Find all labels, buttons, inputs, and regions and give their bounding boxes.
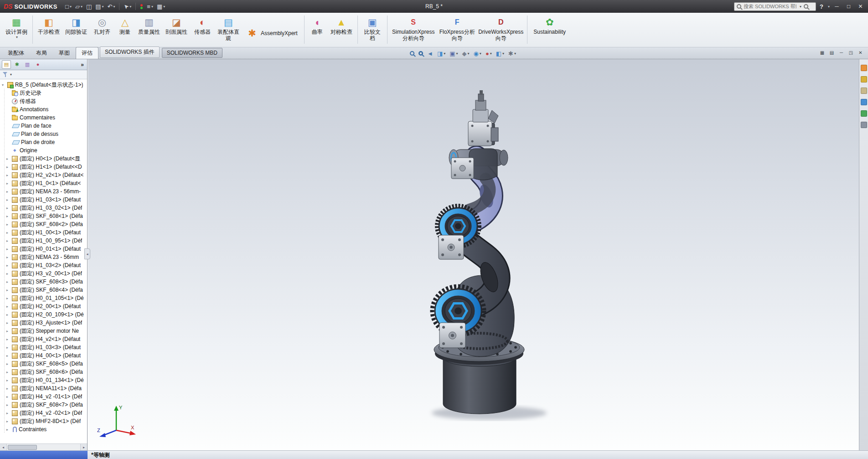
expand-arrow-icon[interactable]: ▸ xyxy=(6,370,12,374)
expand-panel-button[interactable]: » xyxy=(79,62,85,68)
section-view-button[interactable]: ◨▾ xyxy=(437,48,446,58)
ribbon-floxpress-wizard-button[interactable]: FFloXpress分析向导 xyxy=(438,15,477,43)
expand-arrow-icon[interactable]: ▸ xyxy=(6,395,12,399)
expand-arrow-icon[interactable]: ▸ xyxy=(6,354,12,358)
ribbon-mass-properties-button[interactable]: ▥质量属性 xyxy=(136,15,162,36)
filter-funnel-icon[interactable] xyxy=(3,72,8,77)
previous-view-button[interactable]: ◄ xyxy=(427,48,434,58)
expand-arrow-icon[interactable]: ▸ xyxy=(6,173,12,177)
expand-arrow-icon[interactable]: ▸ xyxy=(6,337,12,341)
tree-item[interactable]: ▸(固定) H1_00_95<1> (Déf xyxy=(0,237,87,245)
expand-arrow-icon[interactable]: ▸ xyxy=(6,214,12,218)
restore-document-button[interactable]: ◳ xyxy=(847,49,855,57)
expand-arrow-icon[interactable]: ▸ xyxy=(6,378,12,382)
minimize-button[interactable]: ─ xyxy=(832,3,842,10)
qat-options-button[interactable]: ≡▾ xyxy=(145,3,155,10)
tree-item[interactable]: ▸(固定) SKF_608<2> (Défa xyxy=(0,220,87,228)
tree-item[interactable]: Plan de face xyxy=(0,122,87,130)
ribbon-symmetry-check-button[interactable]: ▲对称检查 xyxy=(328,15,355,36)
tree-item[interactable]: ▸(固定) SKF_608<1> (Défa xyxy=(0,212,87,220)
expand-arrow-icon[interactable]: ▸ xyxy=(6,288,12,292)
tree-item[interactable]: ▸Contraintes xyxy=(0,425,87,433)
search-scope-caret-icon[interactable]: ▾ xyxy=(800,5,801,9)
help-button[interactable]: ? xyxy=(818,3,825,10)
tree-item[interactable]: ▸(固定) H0_01_134<1> (Dé xyxy=(0,376,87,384)
expand-arrow-icon[interactable]: ▸ xyxy=(6,296,12,300)
configurationmanager-tab[interactable]: ▥ xyxy=(23,60,32,69)
apply-scene-button[interactable]: ◧▾ xyxy=(496,48,505,58)
tree-item[interactable]: Plan de droite xyxy=(0,138,87,146)
tree-item[interactable]: 传感器 xyxy=(0,97,87,105)
help-caret-icon[interactable]: ▾ xyxy=(828,5,830,9)
minimize-document-button[interactable]: ─ xyxy=(837,49,845,57)
tree-item[interactable]: ▸(固定) H4_v2<1> (Défaut xyxy=(0,335,87,343)
expand-arrow-icon[interactable]: ▸ xyxy=(6,239,12,243)
qat-undo-button[interactable]: ↶▾ xyxy=(106,3,117,10)
qat-open-document-button[interactable]: ▱▾ xyxy=(74,3,84,10)
tree-item[interactable]: ▸(固定) SKF_608<6> (Défa xyxy=(0,368,87,376)
ribbon-section-properties-button[interactable]: ◪剖面属性 xyxy=(163,15,190,36)
expand-arrow-icon[interactable]: ▸ xyxy=(6,419,12,423)
qat-save-document-button[interactable]: ◫ xyxy=(85,3,93,10)
expand-arrow-icon[interactable]: ▸ xyxy=(6,157,12,161)
tree-root-item[interactable]: ▾RB_5 (Défaut<显示状态-1>) xyxy=(0,81,87,89)
tree-item[interactable]: ▸(固定) H3_v2_00<1> (Déf xyxy=(0,269,87,278)
expand-arrow-icon[interactable]: ▸ xyxy=(6,313,12,317)
expand-arrow-icon[interactable]: ▸ xyxy=(6,346,12,350)
close-document-button[interactable]: ✕ xyxy=(857,49,864,57)
ribbon-measure-button[interactable]: △测量 xyxy=(115,15,135,36)
tree-item[interactable]: ▸(固定) H2_00<1> (Défaut xyxy=(0,302,87,310)
displaymanager-tab[interactable]: ● xyxy=(33,60,42,69)
filter-caret-icon[interactable]: ▾ xyxy=(10,72,12,77)
expand-taskpane-button[interactable]: ▤ xyxy=(828,49,836,57)
expand-arrow-icon[interactable]: ▸ xyxy=(6,247,12,251)
expand-arrow-icon[interactable]: ▸ xyxy=(6,231,12,235)
tree-item[interactable]: ▸(固定) H1_03_02<1> (Déf xyxy=(0,204,87,212)
tab-solidworks-addins[interactable]: SOLIDWORKS 插件 xyxy=(100,46,160,58)
tab-assembly[interactable]: 装配体 xyxy=(2,47,30,59)
tab-evaluate[interactable]: 评估 xyxy=(76,47,98,59)
tree-item[interactable]: ▸(固定) H1<1> (Défaut<<D xyxy=(0,163,87,171)
scroll-left-icon[interactable]: ◂ xyxy=(0,444,7,450)
tree-item[interactable]: ▸(固定) H1_03<2> (Défaut xyxy=(0,261,87,269)
search-submit-icon[interactable] xyxy=(804,4,808,9)
zoom-to-fit-button[interactable] xyxy=(409,48,415,58)
view-settings-button[interactable]: ✱▾ xyxy=(508,48,517,58)
qat-display-settings-button[interactable]: ▦▾ xyxy=(155,3,166,10)
panel-collapse-handle[interactable]: ◂ xyxy=(84,248,90,259)
file-explorer-tab[interactable] xyxy=(861,88,867,94)
tab-layout[interactable]: 布局 xyxy=(30,47,53,59)
tree-item[interactable]: Annotations xyxy=(0,105,87,113)
custom-properties-tab[interactable] xyxy=(861,122,867,128)
expand-arrow-icon[interactable]: ▸ xyxy=(6,329,12,333)
expand-arrow-icon[interactable]: ▸ xyxy=(6,263,12,268)
expand-arrow-icon[interactable]: ▸ xyxy=(6,411,12,415)
tree-item[interactable]: ▸(固定) H3_Ajuste<1> (Déf xyxy=(0,319,87,327)
ribbon-hole-alignment-button[interactable]: ◎孔对齐 xyxy=(90,15,114,36)
tree-item[interactable]: ▸(固定) H0_01_105<1> (Dé xyxy=(0,294,87,302)
solidworks-resources-tab[interactable] xyxy=(861,65,867,71)
qat-print-document-button[interactable]: ▤▾ xyxy=(94,3,105,10)
tree-item[interactable]: ▸(固定) H1_00<1> (Défaut xyxy=(0,228,87,237)
ribbon-curvature-button[interactable]: ◖曲率 xyxy=(307,15,327,36)
expand-arrow-icon[interactable]: ▾ xyxy=(2,83,7,87)
expand-arrow-icon[interactable]: ▸ xyxy=(6,321,12,325)
expand-arrow-icon[interactable]: ▸ xyxy=(6,206,12,210)
expand-featuremanager-button[interactable]: ▦ xyxy=(818,49,826,57)
design-library-tab[interactable] xyxy=(861,76,867,83)
tree-item[interactable]: ▸(固定) Stepper motor Ne xyxy=(0,327,87,335)
scrollbar-thumb[interactable] xyxy=(8,445,37,450)
tree-item[interactable]: ▸(固定) H4_v2 -01<1> (Déf xyxy=(0,392,87,401)
hide-show-items-button[interactable]: ◉▾ xyxy=(473,48,482,58)
expand-arrow-icon[interactable]: ▸ xyxy=(6,304,12,309)
tree-item[interactable]: ▸(固定) H4_00<1> (Défaut xyxy=(0,351,87,360)
tree-item[interactable]: ▸(固定) SKF_608<5> (Défa xyxy=(0,360,87,368)
ribbon-clearance-verification-button[interactable]: ◨间隙验证 xyxy=(63,15,89,36)
tree-horizontal-scrollbar[interactable]: ◂ ▸ xyxy=(0,444,87,450)
ribbon-assembly-visualization-button[interactable]: ▤装配体直观 xyxy=(215,15,242,43)
tab-solidworks-mbd[interactable]: SOLIDWORKS MBD xyxy=(162,48,222,58)
tab-sketch[interactable]: 草图 xyxy=(53,47,76,59)
edit-appearance-button[interactable]: ●▾ xyxy=(485,48,492,58)
robot-arm-model[interactable] xyxy=(88,59,859,450)
ribbon-sustainability-button[interactable]: ✿Sustainability xyxy=(530,15,569,36)
